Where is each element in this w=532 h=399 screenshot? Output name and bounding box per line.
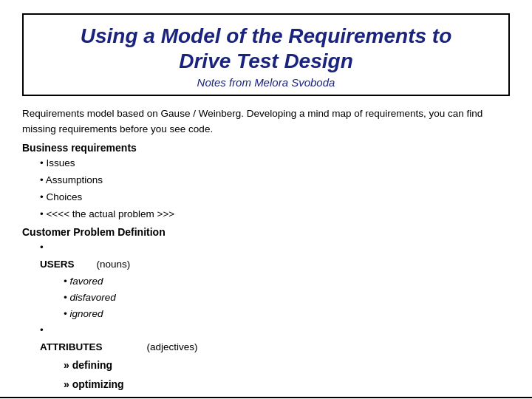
attributes-row: ATTRIBUTES (adjectives) [40,339,510,356]
title-line2: Drive Test Design [179,50,352,72]
list-item: defining [64,356,510,375]
title-box: Using a Model of the Requirements to Dri… [22,13,510,96]
attributes-item: ATTRIBUTES (adjectives) defining optimiz… [40,322,510,393]
users-item: USERS (nouns) favored disfavored ignored [40,239,510,323]
customer-problem-heading: Customer Problem Definition [22,226,510,238]
list-item: favored [64,273,510,290]
intro-text: Requirements model based on Gause / Wein… [22,108,482,134]
list-item: Issues [40,155,510,172]
users-sub-list: favored disfavored ignored [64,273,510,323]
slide-subtitle: Notes from Melora Svoboda [38,76,494,89]
slide: Using a Model of the Requirements to Dri… [0,0,532,399]
adjectives-label: (adjectives) [147,339,198,356]
list-item: <<<< the actual problem >>> [40,206,510,223]
slide-content: Requirements model based on Gause / Wein… [0,100,532,397]
users-row: USERS (nouns) [40,256,510,273]
attributes-label: ATTRIBUTES [40,339,103,356]
nouns-label: (nouns) [97,256,131,273]
attributes-sub-list: defining optimizing [64,356,510,393]
list-item: optimizing [64,375,510,394]
business-requirements-list: Issues Assumptions Choices <<<< the actu… [40,155,510,223]
title-line1: Using a Model of the Requirements to [81,24,451,47]
slide-title: Using a Model of the Requirements to Dri… [38,24,494,73]
list-item: Choices [40,189,510,206]
business-requirements-heading: Business requirements [22,142,510,154]
list-item: disfavored [64,290,510,306]
users-label: USERS [40,256,75,273]
intro-paragraph: Requirements model based on Gause / Wein… [22,106,510,137]
customer-problem-list: USERS (nouns) favored disfavored ignored… [40,239,510,394]
list-item: Assumptions [40,172,510,189]
list-item: ignored [64,306,510,322]
